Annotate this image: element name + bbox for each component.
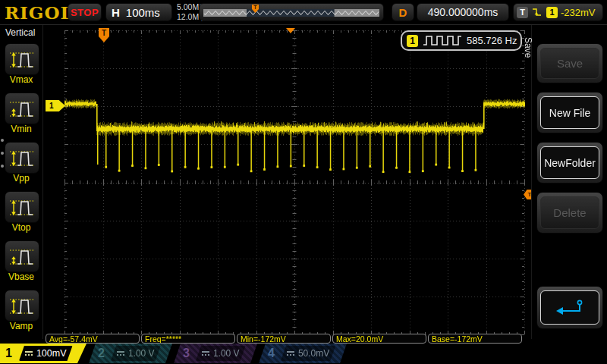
delay-value: 490.000000ms xyxy=(428,6,498,18)
measurement-base: Base=-172mV xyxy=(428,334,522,344)
rigol-logo: RIGOL xyxy=(5,2,74,23)
trigger-level-value: -232mV xyxy=(561,7,596,18)
channel4-number: 4 xyxy=(268,347,275,360)
stop-label: STOP xyxy=(71,7,99,18)
sidebar-label-vamp: Vamp xyxy=(0,321,42,331)
channel3-number: 3 xyxy=(183,347,190,360)
channel4-scale-box: 50.0mV xyxy=(281,346,335,361)
channel1-scale: 100mV xyxy=(36,348,67,359)
sidebar-label-vmax: Vmax xyxy=(0,74,42,85)
horizontal-timebase[interactable]: H 100ms xyxy=(105,3,172,21)
channel3-scale: 1.00 V xyxy=(213,348,240,359)
delay-label: D xyxy=(399,6,407,19)
sidebar-label-vbase: Vbase xyxy=(0,271,42,282)
screen-center-marker xyxy=(286,28,295,33)
oscilloscope-screen: RIGOL STOP H 100ms 5.00MSa/s 12.0M pts T… xyxy=(0,0,607,364)
delete-button[interactable]: Delete xyxy=(540,196,599,229)
h-label: H xyxy=(112,6,120,19)
dc-coupling-icon xyxy=(202,351,209,356)
channel1-tab[interactable]: 1 100mV xyxy=(0,344,86,363)
vamp-pulse-icon xyxy=(8,294,36,317)
measurement-avg: Avg=-57.4mV xyxy=(46,334,140,344)
save-menu-panel: Save Save New File NewFolder Delete xyxy=(531,25,607,339)
channel2-tab[interactable]: 2 1.00 V xyxy=(89,344,172,363)
delay-badge: D xyxy=(392,3,414,21)
vbase-pulse-icon xyxy=(8,245,36,268)
channel4-scale: 50.0mV xyxy=(298,348,329,359)
channel3-tab[interactable]: 3 1.00 V xyxy=(174,344,257,363)
channel2-scale-box: 1.00 V xyxy=(111,346,161,361)
sidebar-button-vpp[interactable] xyxy=(5,142,39,174)
vmin-pulse-icon xyxy=(8,97,36,120)
memory-waveform-preview xyxy=(202,5,381,19)
menu-slot-save[interactable]: Save xyxy=(536,43,603,83)
freq-counter-channel-badge: 1 xyxy=(407,35,418,47)
square-wave-icon xyxy=(423,35,462,46)
new-folder-button[interactable]: NewFolder xyxy=(540,146,599,179)
trigger-source-badge: 1 xyxy=(546,7,558,18)
sidebar-label-vpp: Vpp xyxy=(0,173,42,184)
timebase-value: 100ms xyxy=(126,6,160,19)
menu-page-dots xyxy=(1,139,4,168)
run-stop-status[interactable]: STOP xyxy=(68,3,102,21)
save-button[interactable]: Save xyxy=(540,48,599,79)
return-arrow-icon xyxy=(553,299,587,317)
sidebar-button-vmax[interactable] xyxy=(5,43,39,75)
dc-coupling-icon xyxy=(287,351,294,356)
menu-slot-new-folder[interactable]: NewFolder xyxy=(536,142,603,184)
channel4-tab[interactable]: 4 50.0mV xyxy=(259,344,347,363)
sidebar-button-vbase[interactable] xyxy=(5,240,39,272)
memory-preview-bar[interactable]: T xyxy=(199,3,384,21)
sidebar-button-vtop[interactable] xyxy=(5,191,39,223)
channel2-scale: 1.00 V xyxy=(128,348,155,359)
sidebar-button-vamp[interactable] xyxy=(5,290,39,322)
top-status-bar: RIGOL STOP H 100ms 5.00MSa/s 12.0M pts T… xyxy=(0,0,607,25)
trigger-status[interactable]: T 1 -232mV xyxy=(513,3,603,21)
menu-slot-new-file[interactable]: New File xyxy=(536,92,603,133)
waveform-display xyxy=(44,25,533,339)
channel3-scale-box: 1.00 V xyxy=(196,346,246,361)
sidebar-button-vmin[interactable] xyxy=(5,93,39,124)
menu-tab-save: Save xyxy=(523,37,533,58)
menu-slot-back[interactable] xyxy=(536,286,603,329)
channel2-number: 2 xyxy=(98,347,105,360)
sidebar-title: Vertical xyxy=(5,27,35,38)
freq-counter-value: 585.726 Hz xyxy=(467,35,517,46)
sidebar-label-vmin: Vmin xyxy=(0,124,42,134)
dc-coupling-icon xyxy=(117,351,124,356)
falling-edge-icon xyxy=(531,6,543,18)
measurement-min: Min=-172mV xyxy=(237,334,331,344)
vpp-pulse-icon xyxy=(8,146,36,169)
channel1-number: 1 xyxy=(5,347,12,360)
measurement-max: Max=20.0mV xyxy=(332,334,426,344)
sidebar-label-vtop: Vtop xyxy=(0,222,42,233)
vmax-pulse-icon xyxy=(8,48,36,71)
channel1-scale-box: 100mV xyxy=(19,346,73,361)
back-button[interactable] xyxy=(540,290,599,325)
horizontal-delay[interactable]: 490.000000ms xyxy=(417,3,509,21)
new-file-button[interactable]: New File xyxy=(540,96,599,129)
vtop-pulse-icon xyxy=(8,196,36,218)
vertical-measure-sidebar: Vertical VmaxVminVppVtopVbaseVamp xyxy=(0,25,43,339)
channel-status-bar: 1 100mV 2 1.00 V 3 1.00 V 4 50.0mV xyxy=(0,344,607,364)
frequency-counter: 1 585.726 Hz xyxy=(401,30,522,51)
menu-slot-delete[interactable]: Delete xyxy=(536,192,603,234)
dc-coupling-icon xyxy=(25,351,33,356)
trigger-label: T xyxy=(517,7,528,18)
measurement-freq: Freq=***** xyxy=(141,334,235,344)
